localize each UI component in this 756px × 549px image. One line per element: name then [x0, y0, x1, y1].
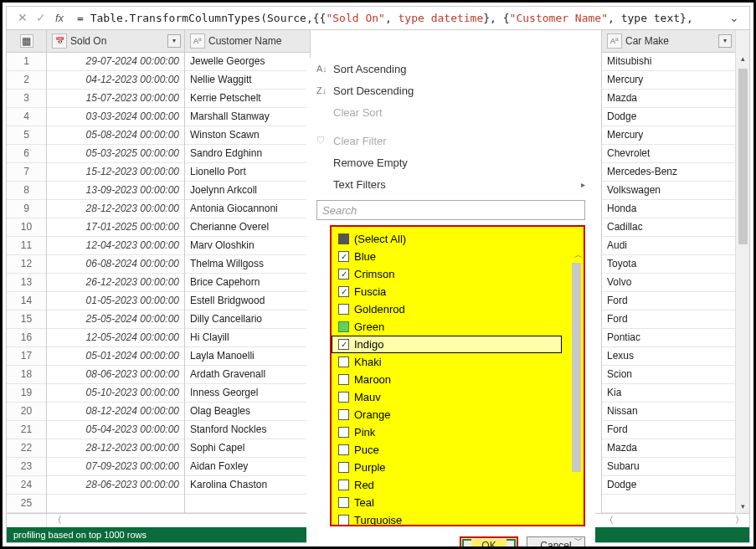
sort-descending[interactable]: Z↓Sort Descending	[306, 80, 595, 101]
customer-name-cell[interactable]: Layla Manoelli	[185, 347, 310, 366]
car-make-cell[interactable]: Mitsubishi	[602, 53, 735, 71]
car-make-cell[interactable]: Audi	[602, 237, 735, 255]
customer-name-cell[interactable]: Kerrie Petschelt	[185, 90, 310, 108]
sold-on-cell[interactable]: 05-10-2023 00:00:00	[47, 384, 184, 403]
fx-icon[interactable]: fx	[50, 12, 69, 24]
scroll-down-icon[interactable]: ﹀	[572, 534, 584, 546]
scroll-thumb[interactable]	[738, 69, 748, 244]
filter-list-scrollbar[interactable]: ︿ ﹀	[572, 249, 586, 546]
car-make-cell[interactable]: Scion	[602, 366, 735, 384]
sold-on-cell[interactable]: 05-08-2024 00:00:00	[47, 126, 184, 145]
sold-on-cell[interactable]: 03-03-2024 00:00:00	[47, 108, 184, 126]
sold-on-cell[interactable]: 01-05-2023 00:00:00	[47, 292, 184, 310]
row-number[interactable]: 17	[7, 347, 46, 366]
car-make-cell[interactable]: Mazda	[602, 90, 735, 108]
sold-on-cell[interactable]: 06-08-2024 00:00:00	[47, 255, 184, 274]
customer-name-cell[interactable]: Sandro Edghinn	[185, 145, 310, 163]
customer-name-cell[interactable]: Cherianne Overel	[185, 218, 310, 237]
hscroll-left[interactable]: 〈 〉	[47, 514, 321, 527]
sold-on-cell[interactable]: 28-12-2023 00:00:00	[47, 200, 184, 218]
customer-name-cell[interactable]: Brice Capehorn	[185, 274, 310, 292]
row-number[interactable]: 10	[7, 218, 46, 237]
customer-name-cell[interactable]: Marshall Stanway	[185, 108, 310, 126]
customer-name-cell[interactable]: Ardath Gravenall	[185, 366, 310, 384]
text-type-icon[interactable]: Aᴮ	[190, 33, 205, 49]
scroll-up-icon[interactable]: ▴	[737, 53, 749, 65]
checkbox-icon[interactable]	[338, 251, 349, 262]
sold-on-cell[interactable]: 15-12-2023 00:00:00	[47, 163, 184, 182]
customer-name-cell[interactable]: Dilly Cancellario	[185, 310, 310, 329]
filter-value-item[interactable]: Red	[332, 476, 584, 494]
customer-name-cell[interactable]: Nellie Waggitt	[185, 71, 310, 90]
sold-on-cell[interactable]: 26-12-2023 00:00:00	[47, 274, 184, 292]
checkbox-icon[interactable]	[338, 444, 349, 455]
filter-value-item[interactable]: Mauv	[332, 388, 584, 406]
checkbox-icon[interactable]	[338, 339, 349, 350]
car-make-cell[interactable]: Dodge	[602, 476, 735, 495]
customer-name-cell[interactable]	[185, 495, 310, 513]
car-make-filter-icon[interactable]: ▾	[718, 34, 732, 48]
customer-name-cell[interactable]: Antonia Giocannoni	[185, 200, 310, 218]
sold-on-cell[interactable]: 15-07-2023 00:00:00	[47, 90, 184, 108]
customer-name-cell[interactable]: Sophi Capel	[185, 439, 310, 458]
datetime-type-icon[interactable]: 📅	[52, 33, 67, 49]
row-number[interactable]: 1	[7, 53, 46, 71]
formula-cancel-icon[interactable]: ✕	[13, 11, 32, 24]
customer-name-cell[interactable]: Thelma Willgoss	[185, 255, 310, 274]
filter-value-item[interactable]: Blue	[332, 248, 584, 265]
car-make-cell[interactable]: Mercedes-Benz	[602, 163, 735, 182]
sold-on-cell[interactable]: 13-09-2023 00:00:00	[47, 182, 184, 200]
row-number[interactable]: 21	[7, 421, 46, 439]
car-make-cell[interactable]: Volkswagen	[602, 182, 735, 200]
sold-on-header[interactable]: 📅 Sold On ▾	[47, 30, 184, 53]
remove-empty[interactable]: Remove Empty	[306, 151, 595, 173]
row-number[interactable]: 14	[7, 292, 46, 310]
text-type-icon[interactable]: Aᴮ	[607, 33, 622, 49]
filter-value-item[interactable]: Goldenrod	[332, 300, 584, 318]
sold-on-cell[interactable]: 12-05-2024 00:00:00	[47, 329, 184, 347]
car-make-cell[interactable]: Volvo	[602, 274, 735, 292]
row-number[interactable]: 12	[7, 255, 46, 274]
checkbox-icon[interactable]	[338, 409, 349, 420]
customer-name-cell[interactable]: Marv Oloshkin	[185, 237, 310, 255]
customer-name-cell[interactable]: Aidan Foxley	[185, 458, 310, 476]
filter-value-item[interactable]: Puce	[332, 441, 584, 459]
checkbox-icon[interactable]	[338, 321, 349, 332]
sold-on-cell[interactable]: 25-05-2024 00:00:00	[47, 310, 184, 329]
checkbox-icon[interactable]	[338, 374, 349, 385]
sold-on-cell[interactable]: 08-12-2024 00:00:00	[47, 403, 184, 421]
sold-on-cell[interactable]: 04-12-2023 00:00:00	[47, 71, 184, 90]
car-make-cell[interactable]: Ford	[602, 421, 735, 439]
row-number[interactable]: 25	[7, 495, 46, 513]
filter-value-item[interactable]: Crimson	[332, 265, 584, 283]
car-make-cell[interactable]: Kia	[602, 384, 735, 403]
filter-value-item[interactable]: (Select All)	[332, 230, 584, 248]
customer-name-cell[interactable]: Karolina Chaston	[185, 476, 310, 495]
row-number[interactable]: 7	[7, 163, 46, 182]
row-number[interactable]: 13	[7, 274, 46, 292]
row-number[interactable]: 23	[7, 458, 46, 476]
formula-commit-icon[interactable]: ✓	[32, 11, 50, 24]
checkbox-icon[interactable]	[338, 515, 349, 526]
row-number[interactable]: 19	[7, 384, 46, 403]
row-number[interactable]: 15	[7, 310, 46, 329]
filter-value-item[interactable]: Green	[332, 318, 584, 336]
filter-search-input[interactable]: Search	[316, 200, 585, 220]
filter-value-item[interactable]: Purple	[332, 459, 584, 476]
formula-expand-icon[interactable]: ⌄	[726, 11, 743, 24]
sold-on-filter-icon[interactable]: ▾	[167, 34, 181, 48]
filter-value-item[interactable]: Teal	[332, 494, 584, 511]
row-number[interactable]: 4	[7, 108, 46, 126]
row-number[interactable]: 16	[7, 329, 46, 347]
checkbox-icon[interactable]	[338, 480, 349, 490]
row-number[interactable]: 18	[7, 366, 46, 384]
checkbox-icon[interactable]	[338, 357, 349, 367]
ok-button[interactable]: OK	[460, 536, 518, 549]
customer-name-cell[interactable]: Joelynn Arkcoll	[185, 182, 310, 200]
scroll-thumb[interactable]	[572, 263, 581, 472]
car-make-cell[interactable]: Honda	[602, 200, 735, 218]
car-make-cell[interactable]: Subaru	[602, 458, 735, 476]
checkbox-icon[interactable]	[338, 233, 349, 244]
row-number[interactable]: 8	[7, 182, 46, 200]
filter-value-item[interactable]: Turquoise	[332, 511, 584, 526]
